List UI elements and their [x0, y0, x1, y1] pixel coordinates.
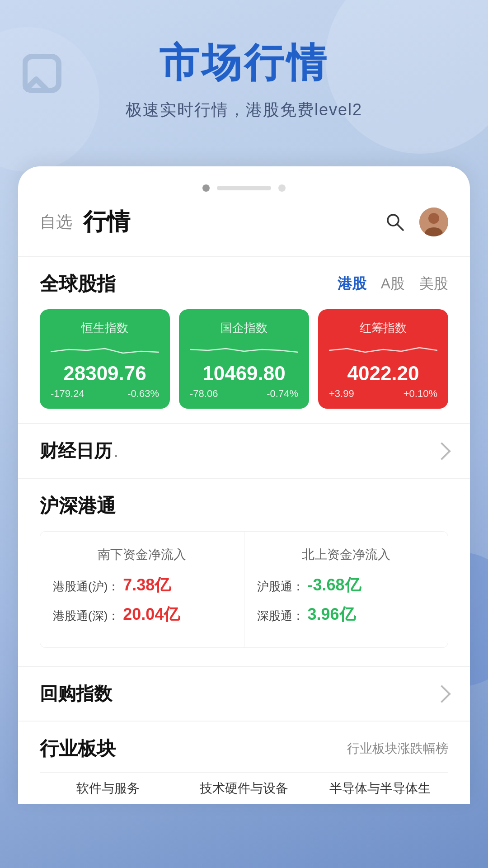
- page-subtitle: 极速实时行情，港股免费level2: [27, 99, 461, 121]
- industry-link[interactable]: 行业板块涨跌幅榜: [347, 740, 448, 757]
- card-hsi-change-pct: -0.63%: [127, 388, 159, 400]
- nav-title-label: 行情: [83, 206, 383, 238]
- north-label-1: 沪股通：: [257, 579, 304, 594]
- card-hscri-changes: +3.99 +0.10%: [329, 388, 437, 400]
- south-flow-title: 南下资金净流入: [53, 546, 231, 563]
- tab-hk[interactable]: 港股: [338, 274, 366, 294]
- buyback-row[interactable]: 回购指数: [18, 667, 470, 721]
- industry-col-name-2: 技术硬件与设备: [200, 781, 288, 795]
- card-hsi-value: 28309.76: [51, 363, 159, 383]
- card-hscei-changes: -78.06 -0.74%: [190, 388, 298, 400]
- tab-us[interactable]: 美股: [419, 274, 448, 294]
- dot-inactive: [278, 184, 286, 192]
- svg-point-4: [428, 213, 439, 224]
- global-index-header: 全球股指 港股 A股 美股: [40, 271, 448, 297]
- index-card-hsi[interactable]: 恒生指数 28309.76 -179.24 -0.63%: [40, 309, 170, 409]
- card-hscei-value: 10469.80: [190, 363, 298, 383]
- page-main-title: 市场行情: [27, 36, 461, 90]
- financial-calendar-row[interactable]: 财经日历.: [18, 424, 470, 478]
- buyback-chevron-icon: [433, 685, 451, 703]
- global-index-title: 全球股指: [40, 271, 116, 297]
- financial-calendar-title: 财经日历.: [40, 439, 436, 463]
- index-card-hscei[interactable]: 国企指数 10469.80 -78.06 -0.74%: [179, 309, 309, 409]
- index-card-hscri[interactable]: 红筹指数 4022.20 +3.99 +0.10%: [318, 309, 448, 409]
- index-cards: 恒生指数 28309.76 -179.24 -0.63% 国企指数: [40, 309, 448, 409]
- north-value-1: -3.68亿: [308, 574, 361, 596]
- industry-col-3[interactable]: 半导体与半导体生: [312, 772, 448, 804]
- user-avatar[interactable]: [419, 208, 448, 236]
- industry-col-name-1: 软件与服务: [76, 781, 140, 795]
- south-flow-col: 南下资金净流入 港股通(沪)： 7.38亿 港股通(深)： 20.04亿: [40, 532, 244, 647]
- chevron-right-icon: [433, 442, 451, 460]
- north-flow-title: 北上资金净流入: [257, 546, 436, 563]
- industry-col-2[interactable]: 技术硬件与设备: [176, 772, 312, 804]
- north-value-2: 3.96亿: [308, 604, 356, 626]
- card-hscei-name: 国企指数: [190, 320, 298, 336]
- south-label-1: 港股通(沪)：: [53, 579, 119, 594]
- card-hsi-name: 恒生指数: [51, 320, 159, 336]
- card-hscri-name: 红筹指数: [329, 320, 437, 336]
- header-area: 市场行情 极速实时行情，港股免费level2: [0, 0, 488, 148]
- south-label-2: 港股通(深)：: [53, 608, 119, 624]
- industry-section: 行业板块 行业板块涨跌幅榜 软件与服务 技术硬件与设备 半导体与半导体生: [18, 722, 470, 804]
- card-hsi-chart: [51, 340, 159, 359]
- card-hscri-change: +3.99: [329, 388, 354, 400]
- hushengangtong-section: 沪深港通 南下资金净流入 港股通(沪)： 7.38亿 港股通(深)： 20.04…: [18, 479, 470, 666]
- global-index-tabs: 港股 A股 美股: [338, 274, 448, 294]
- tab-a[interactable]: A股: [381, 274, 405, 294]
- south-row-1: 港股通(沪)： 7.38亿: [53, 574, 231, 596]
- card-hscri-chart: [329, 340, 437, 359]
- dot-line: [217, 186, 271, 190]
- north-flow-col: 北上资金净流入 沪股通： -3.68亿 深股通： 3.96亿: [244, 532, 448, 647]
- south-value-2: 20.04亿: [123, 604, 180, 626]
- financial-calendar-dots: .: [114, 444, 118, 460]
- card-hscri-change-pct: +0.10%: [404, 388, 437, 400]
- svg-line-2: [397, 224, 403, 230]
- industry-title: 行业板块: [40, 736, 116, 761]
- card-hscri-value: 4022.20: [329, 363, 437, 383]
- card-hsi-change: -179.24: [51, 388, 84, 400]
- card-hsi-changes: -179.24 -0.63%: [51, 388, 159, 400]
- north-row-1: 沪股通： -3.68亿: [257, 574, 436, 596]
- north-row-2: 深股通： 3.96亿: [257, 604, 436, 626]
- logo-icon: [23, 54, 72, 104]
- flow-grid: 南下资金净流入 港股通(沪)： 7.38亿 港股通(深)： 20.04亿 北上资…: [40, 531, 448, 648]
- hushengangtong-title: 沪深港通: [40, 493, 448, 519]
- north-label-2: 深股通：: [257, 608, 304, 624]
- industry-col-name-3: 半导体与半导体生: [329, 781, 431, 795]
- nav-zixuan-label[interactable]: 自选: [40, 211, 72, 233]
- phone-card: 自选 行情 全球股指 港股 A股 美股: [18, 166, 470, 804]
- south-value-1: 7.38亿: [123, 574, 171, 596]
- industry-header: 行业板块 行业板块涨跌幅榜: [40, 736, 448, 761]
- card-hscei-change-pct: -0.74%: [267, 388, 298, 400]
- dots-indicator: [18, 184, 470, 192]
- search-button[interactable]: [383, 210, 407, 234]
- nav-bar: 自选 行情: [18, 206, 470, 238]
- card-hscei-chart: [190, 340, 298, 359]
- global-index-section: 全球股指 港股 A股 美股 恒生指数 28309.76 -179.24: [18, 257, 470, 423]
- south-row-2: 港股通(深)： 20.04亿: [53, 604, 231, 626]
- dot-active: [202, 184, 210, 192]
- card-hscei-change: -78.06: [190, 388, 218, 400]
- industry-col-1[interactable]: 软件与服务: [40, 772, 176, 804]
- industry-cols: 软件与服务 技术硬件与设备 半导体与半导体生: [40, 772, 448, 804]
- buyback-title: 回购指数: [40, 681, 436, 706]
